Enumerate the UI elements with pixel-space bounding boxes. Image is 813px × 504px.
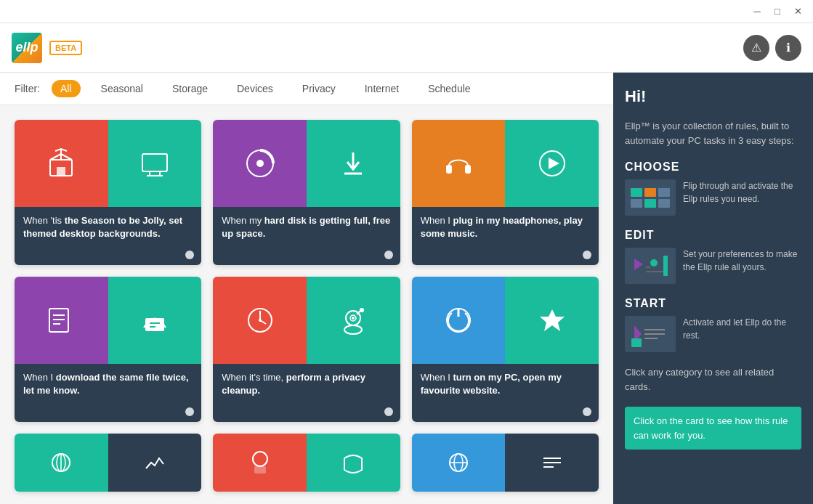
card-3-text: When I plug in my headphones, play some … <box>412 207 599 265</box>
start-row: Activate and let Ellp do the rest. <box>625 316 801 352</box>
card-4-dot <box>185 407 194 416</box>
card-icons-9 <box>412 434 599 492</box>
card-icons-3 <box>412 120 599 207</box>
maximize-button[interactable]: □ <box>768 2 787 21</box>
title-bar: ─ □ ✕ <box>0 0 813 23</box>
cards-area: When 'tis the Season to be Jolly, set th… <box>0 105 613 504</box>
filter-label: Filter: <box>15 83 40 94</box>
card-6-right-icon <box>505 277 599 364</box>
card-7-left-icon <box>15 434 108 492</box>
choose-title: CHOOSE <box>625 160 801 174</box>
start-title: START <box>625 297 801 310</box>
svg-point-28 <box>344 325 362 334</box>
filter-schedule[interactable]: Schedule <box>419 80 479 97</box>
card-storage[interactable]: When my hard disk is getting full, free … <box>213 120 400 265</box>
svg-point-25 <box>259 319 262 322</box>
card-duplicate[interactable]: When I download the same file twice, let… <box>15 277 201 422</box>
hint-text: Click any category to see all related ca… <box>625 365 801 394</box>
minimize-button[interactable]: ─ <box>748 2 767 21</box>
svg-rect-11 <box>446 165 452 174</box>
header-icons: ⚠ ℹ <box>743 35 801 61</box>
start-desc: Activate and let Ellp do the rest. <box>683 316 801 342</box>
card-2-text: When my hard disk is getting full, free … <box>213 207 400 265</box>
card-8[interactable] <box>213 434 400 492</box>
edit-section: EDIT Set your preferences to make the El… <box>625 229 801 284</box>
edit-title: EDIT <box>625 229 801 242</box>
start-image <box>625 316 676 352</box>
card-1-dot <box>185 251 194 259</box>
cta-box[interactable]: Click on the card to see how this rule c… <box>625 407 801 450</box>
greeting: Hi! <box>625 87 801 106</box>
card-8-left-icon <box>213 434 307 492</box>
info-icon: ℹ <box>786 41 790 54</box>
card-icons-4 <box>15 277 201 364</box>
window-controls: ─ □ ✕ <box>748 2 807 21</box>
filter-bar: Filter: All Seasonal Storage Devices Pri… <box>0 73 613 105</box>
card-2-dot <box>384 251 393 259</box>
logo-text: ellp <box>15 40 38 55</box>
card-9[interactable] <box>412 434 599 492</box>
card-5-text: When it's time, perform a privacy cleanu… <box>213 364 400 422</box>
card-1-right-icon <box>108 120 202 207</box>
card-icons-7 <box>15 434 201 492</box>
notification-button[interactable]: ⚠ <box>743 35 769 61</box>
choose-image <box>625 179 676 216</box>
card-icons-8 <box>213 434 400 492</box>
beta-badge: BETA <box>49 41 82 55</box>
card-icons-2 <box>213 120 400 207</box>
filter-privacy[interactable]: Privacy <box>294 80 344 97</box>
card-3-left-icon <box>412 120 506 207</box>
card-9-left-icon <box>412 434 506 492</box>
main-area: Filter: All Seasonal Storage Devices Pri… <box>0 73 813 504</box>
filter-all[interactable]: All <box>52 80 81 97</box>
card-2-left-icon <box>213 120 307 207</box>
card-icons-5 <box>213 277 400 364</box>
app-logo: ellp <box>12 33 42 63</box>
card-5-right-icon <box>307 277 400 364</box>
left-panel: Filter: All Seasonal Storage Devices Pri… <box>0 73 613 504</box>
card-2-right-icon <box>307 120 400 207</box>
card-4-right-icon <box>108 277 202 364</box>
app-header: ellp BETA ⚠ ℹ <box>0 23 813 73</box>
svg-rect-51 <box>663 256 668 276</box>
hi-heading: Hi! <box>625 87 801 106</box>
card-6-left-icon <box>412 277 506 364</box>
card-5-left-icon <box>213 277 307 364</box>
card-startup[interactable]: When I turn on my PC, open my favourite … <box>412 277 599 422</box>
notification-icon: ⚠ <box>751 41 761 54</box>
intro-text: Ellp™ is your collection of rules, built… <box>625 119 801 147</box>
close-button[interactable]: ✕ <box>788 2 807 21</box>
svg-rect-1 <box>57 167 65 176</box>
card-6-dot <box>583 407 591 416</box>
svg-marker-34 <box>540 309 565 331</box>
card-devices[interactable]: When I plug in my headphones, play some … <box>412 120 599 265</box>
start-section: START Activate and let Ellp do the rest. <box>625 297 801 352</box>
filter-storage[interactable]: Storage <box>163 80 217 97</box>
edit-desc: Set your preferences to make the Ellp ru… <box>683 248 801 274</box>
logo-area: ellp BETA <box>12 33 82 63</box>
edit-image <box>625 248 676 284</box>
card-1-text: When 'tis the Season to be Jolly, set th… <box>15 207 201 265</box>
cards-grid: When 'tis the Season to be Jolly, set th… <box>15 120 599 492</box>
card-privacy[interactable]: When it's time, perform a privacy cleanu… <box>213 277 400 422</box>
svg-point-38 <box>253 452 267 466</box>
svg-rect-57 <box>631 338 642 347</box>
filter-devices[interactable]: Devices <box>228 80 282 97</box>
card-4-left-icon <box>15 277 108 364</box>
card-1-left-icon <box>15 120 108 207</box>
svg-marker-14 <box>549 158 559 169</box>
svg-rect-3 <box>142 154 167 171</box>
card-icons-1 <box>15 120 201 207</box>
info-button[interactable]: ℹ <box>775 35 801 61</box>
card-6-text: When I turn on my PC, open my favourite … <box>412 364 599 422</box>
card-seasonal[interactable]: When 'tis the Season to be Jolly, set th… <box>15 120 201 265</box>
svg-point-31 <box>360 308 364 312</box>
card-3-dot <box>583 251 591 259</box>
card-7[interactable] <box>15 434 201 492</box>
filter-internet[interactable]: Internet <box>356 80 408 97</box>
card-icons-6 <box>412 277 599 364</box>
svg-point-8 <box>256 160 264 167</box>
filter-seasonal[interactable]: Seasonal <box>92 80 152 97</box>
card-5-dot <box>384 407 393 416</box>
card-4-text: When I download the same file twice, let… <box>15 364 201 422</box>
